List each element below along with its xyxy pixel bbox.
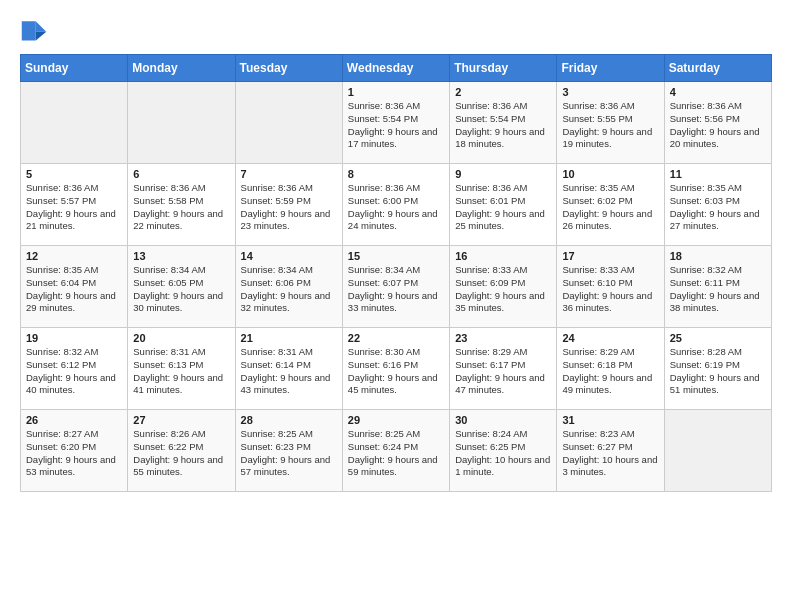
day-number: 12 (26, 250, 122, 262)
day-number: 24 (562, 332, 658, 344)
calendar-cell: 22Sunrise: 8:30 AMSunset: 6:16 PMDayligh… (342, 328, 449, 410)
day-number: 13 (133, 250, 229, 262)
calendar-week-row: 19Sunrise: 8:32 AMSunset: 6:12 PMDayligh… (21, 328, 772, 410)
calendar-cell: 11Sunrise: 8:35 AMSunset: 6:03 PMDayligh… (664, 164, 771, 246)
calendar-cell: 13Sunrise: 8:34 AMSunset: 6:05 PMDayligh… (128, 246, 235, 328)
day-number: 17 (562, 250, 658, 262)
day-number: 18 (670, 250, 766, 262)
calendar-cell: 16Sunrise: 8:33 AMSunset: 6:09 PMDayligh… (450, 246, 557, 328)
day-info: Sunrise: 8:27 AMSunset: 6:20 PMDaylight:… (26, 428, 122, 479)
day-number: 23 (455, 332, 551, 344)
calendar-cell: 9Sunrise: 8:36 AMSunset: 6:01 PMDaylight… (450, 164, 557, 246)
calendar-cell: 30Sunrise: 8:24 AMSunset: 6:25 PMDayligh… (450, 410, 557, 492)
day-number: 25 (670, 332, 766, 344)
day-number: 1 (348, 86, 444, 98)
calendar-cell: 26Sunrise: 8:27 AMSunset: 6:20 PMDayligh… (21, 410, 128, 492)
weekday-header-thursday: Thursday (450, 55, 557, 82)
calendar-cell: 27Sunrise: 8:26 AMSunset: 6:22 PMDayligh… (128, 410, 235, 492)
day-number: 26 (26, 414, 122, 426)
day-info: Sunrise: 8:36 AMSunset: 6:01 PMDaylight:… (455, 182, 551, 233)
day-info: Sunrise: 8:33 AMSunset: 6:10 PMDaylight:… (562, 264, 658, 315)
logo (20, 16, 52, 44)
calendar-cell: 6Sunrise: 8:36 AMSunset: 5:58 PMDaylight… (128, 164, 235, 246)
day-number: 11 (670, 168, 766, 180)
day-number: 28 (241, 414, 337, 426)
day-number: 29 (348, 414, 444, 426)
day-info: Sunrise: 8:25 AMSunset: 6:24 PMDaylight:… (348, 428, 444, 479)
calendar-cell: 17Sunrise: 8:33 AMSunset: 6:10 PMDayligh… (557, 246, 664, 328)
day-number: 21 (241, 332, 337, 344)
day-info: Sunrise: 8:35 AMSunset: 6:04 PMDaylight:… (26, 264, 122, 315)
day-number: 6 (133, 168, 229, 180)
calendar-cell: 28Sunrise: 8:25 AMSunset: 6:23 PMDayligh… (235, 410, 342, 492)
day-info: Sunrise: 8:25 AMSunset: 6:23 PMDaylight:… (241, 428, 337, 479)
calendar-cell: 23Sunrise: 8:29 AMSunset: 6:17 PMDayligh… (450, 328, 557, 410)
calendar-cell: 10Sunrise: 8:35 AMSunset: 6:02 PMDayligh… (557, 164, 664, 246)
day-info: Sunrise: 8:36 AMSunset: 5:59 PMDaylight:… (241, 182, 337, 233)
calendar-cell: 12Sunrise: 8:35 AMSunset: 6:04 PMDayligh… (21, 246, 128, 328)
calendar-cell: 24Sunrise: 8:29 AMSunset: 6:18 PMDayligh… (557, 328, 664, 410)
svg-marker-1 (36, 32, 47, 41)
day-info: Sunrise: 8:30 AMSunset: 6:16 PMDaylight:… (348, 346, 444, 397)
day-number: 22 (348, 332, 444, 344)
calendar-cell: 15Sunrise: 8:34 AMSunset: 6:07 PMDayligh… (342, 246, 449, 328)
day-info: Sunrise: 8:29 AMSunset: 6:17 PMDaylight:… (455, 346, 551, 397)
day-info: Sunrise: 8:24 AMSunset: 6:25 PMDaylight:… (455, 428, 551, 479)
svg-rect-2 (22, 21, 36, 40)
calendar-cell (235, 82, 342, 164)
calendar-week-row: 26Sunrise: 8:27 AMSunset: 6:20 PMDayligh… (21, 410, 772, 492)
day-info: Sunrise: 8:36 AMSunset: 6:00 PMDaylight:… (348, 182, 444, 233)
weekday-header-wednesday: Wednesday (342, 55, 449, 82)
calendar-cell: 3Sunrise: 8:36 AMSunset: 5:55 PMDaylight… (557, 82, 664, 164)
calendar-cell: 7Sunrise: 8:36 AMSunset: 5:59 PMDaylight… (235, 164, 342, 246)
calendar-cell: 8Sunrise: 8:36 AMSunset: 6:00 PMDaylight… (342, 164, 449, 246)
day-info: Sunrise: 8:35 AMSunset: 6:02 PMDaylight:… (562, 182, 658, 233)
day-info: Sunrise: 8:26 AMSunset: 6:22 PMDaylight:… (133, 428, 229, 479)
calendar-cell: 4Sunrise: 8:36 AMSunset: 5:56 PMDaylight… (664, 82, 771, 164)
day-info: Sunrise: 8:32 AMSunset: 6:12 PMDaylight:… (26, 346, 122, 397)
calendar-cell: 1Sunrise: 8:36 AMSunset: 5:54 PMDaylight… (342, 82, 449, 164)
weekday-header-sunday: Sunday (21, 55, 128, 82)
day-info: Sunrise: 8:36 AMSunset: 5:58 PMDaylight:… (133, 182, 229, 233)
calendar-cell (21, 82, 128, 164)
day-number: 8 (348, 168, 444, 180)
day-number: 7 (241, 168, 337, 180)
weekday-header-row: SundayMondayTuesdayWednesdayThursdayFrid… (21, 55, 772, 82)
calendar-cell: 20Sunrise: 8:31 AMSunset: 6:13 PMDayligh… (128, 328, 235, 410)
day-info: Sunrise: 8:32 AMSunset: 6:11 PMDaylight:… (670, 264, 766, 315)
day-info: Sunrise: 8:36 AMSunset: 5:56 PMDaylight:… (670, 100, 766, 151)
day-info: Sunrise: 8:36 AMSunset: 5:54 PMDaylight:… (348, 100, 444, 151)
calendar-cell: 21Sunrise: 8:31 AMSunset: 6:14 PMDayligh… (235, 328, 342, 410)
day-info: Sunrise: 8:36 AMSunset: 5:55 PMDaylight:… (562, 100, 658, 151)
day-number: 3 (562, 86, 658, 98)
day-info: Sunrise: 8:36 AMSunset: 5:54 PMDaylight:… (455, 100, 551, 151)
day-info: Sunrise: 8:34 AMSunset: 6:05 PMDaylight:… (133, 264, 229, 315)
day-number: 27 (133, 414, 229, 426)
day-info: Sunrise: 8:33 AMSunset: 6:09 PMDaylight:… (455, 264, 551, 315)
calendar-week-row: 1Sunrise: 8:36 AMSunset: 5:54 PMDaylight… (21, 82, 772, 164)
weekday-header-tuesday: Tuesday (235, 55, 342, 82)
day-info: Sunrise: 8:31 AMSunset: 6:13 PMDaylight:… (133, 346, 229, 397)
day-number: 5 (26, 168, 122, 180)
calendar-cell (128, 82, 235, 164)
day-number: 2 (455, 86, 551, 98)
calendar-cell: 19Sunrise: 8:32 AMSunset: 6:12 PMDayligh… (21, 328, 128, 410)
calendar-cell (664, 410, 771, 492)
calendar-cell: 29Sunrise: 8:25 AMSunset: 6:24 PMDayligh… (342, 410, 449, 492)
svg-marker-0 (36, 21, 47, 32)
day-number: 20 (133, 332, 229, 344)
day-info: Sunrise: 8:31 AMSunset: 6:14 PMDaylight:… (241, 346, 337, 397)
calendar-week-row: 12Sunrise: 8:35 AMSunset: 6:04 PMDayligh… (21, 246, 772, 328)
calendar-week-row: 5Sunrise: 8:36 AMSunset: 5:57 PMDaylight… (21, 164, 772, 246)
day-info: Sunrise: 8:34 AMSunset: 6:06 PMDaylight:… (241, 264, 337, 315)
day-number: 10 (562, 168, 658, 180)
page-header (20, 16, 772, 44)
day-info: Sunrise: 8:23 AMSunset: 6:27 PMDaylight:… (562, 428, 658, 479)
day-info: Sunrise: 8:28 AMSunset: 6:19 PMDaylight:… (670, 346, 766, 397)
calendar-page: SundayMondayTuesdayWednesdayThursdayFrid… (0, 0, 792, 508)
weekday-header-monday: Monday (128, 55, 235, 82)
day-number: 31 (562, 414, 658, 426)
day-number: 9 (455, 168, 551, 180)
calendar-cell: 14Sunrise: 8:34 AMSunset: 6:06 PMDayligh… (235, 246, 342, 328)
day-number: 30 (455, 414, 551, 426)
